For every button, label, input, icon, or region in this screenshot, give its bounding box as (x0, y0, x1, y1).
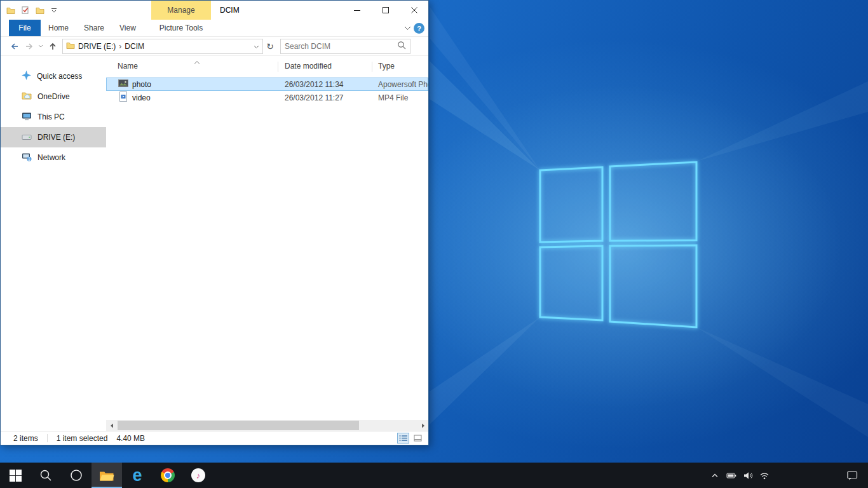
network-wifi-icon[interactable] (756, 463, 773, 488)
file-row-photo[interactable]: photo 26/03/2012 11:34 Apowersoft Pho (106, 78, 428, 91)
qat-customize-icon[interactable] (51, 8, 57, 13)
column-header-date-modified[interactable]: Date modified (278, 56, 372, 75)
volume-icon[interactable] (740, 463, 756, 488)
address-bar[interactable]: DRIVE (E:) › DCIM (62, 39, 263, 54)
system-tray (707, 463, 868, 488)
hidden-icons-chevron-icon[interactable] (707, 463, 723, 488)
column-headers: Name Date modified Type (106, 56, 428, 75)
address-dropdown-chevron-icon[interactable] (254, 42, 259, 51)
recent-locations-chevron-icon[interactable] (36, 39, 45, 54)
sidebar-item-label: This PC (37, 112, 65, 121)
file-rows: photo 26/03/2012 11:34 Apowersoft Pho vi… (106, 78, 428, 104)
file-row-video[interactable]: video 26/03/2012 11:27 MP4 File (106, 91, 428, 104)
tab-home[interactable]: Home (41, 20, 76, 36)
thumbnails-view-button[interactable] (412, 433, 424, 444)
status-item-count: 2 items (13, 434, 38, 443)
action-center-icon[interactable] (841, 463, 863, 488)
tray-spacer (773, 463, 841, 488)
breadcrumb-separator-icon[interactable]: › (119, 42, 121, 51)
forward-button[interactable] (22, 39, 36, 54)
cortana-icon[interactable] (61, 463, 92, 488)
horizontal-scrollbar[interactable] (106, 420, 428, 431)
maximize-button[interactable] (371, 1, 400, 20)
scroll-left-arrow-icon[interactable] (106, 420, 117, 431)
qat-new-folder-icon[interactable] (36, 6, 44, 14)
status-selection-size: 4.40 MB (116, 434, 145, 443)
file-date: 26/03/2012 11:27 (278, 93, 372, 102)
quick-access-toolbar (6, 1, 57, 20)
status-selection: 1 item selected (57, 434, 108, 443)
sidebar-item-label: DRIVE (E:) (37, 133, 75, 142)
sidebar-item-label: Network (37, 153, 65, 162)
search-icon[interactable] (397, 41, 406, 51)
scroll-right-arrow-icon[interactable] (417, 420, 428, 431)
breadcrumb-segment-dcim[interactable]: DCIM (125, 42, 144, 51)
file-date: 26/03/2012 11:34 (278, 80, 372, 89)
window-controls (342, 1, 428, 20)
drive-icon (22, 132, 32, 143)
file-name: photo (132, 80, 151, 89)
tab-share[interactable]: Share (76, 20, 112, 36)
file-name: video (132, 93, 151, 102)
file-list-panel: Name Date modified Type photo 26/03/2012… (106, 56, 428, 431)
sidebar-item-this-pc[interactable]: This PC (1, 107, 106, 127)
back-button[interactable] (7, 39, 22, 54)
status-bar: 2 items 1 item selected 4.40 MB (1, 431, 428, 445)
details-view-button[interactable] (397, 433, 409, 444)
sidebar-item-drive-e[interactable]: DRIVE (E:) (1, 127, 106, 147)
status-separator (47, 434, 48, 442)
close-button[interactable] (400, 1, 428, 20)
ribbon-tabs: File Home Share View Picture Tools ? (1, 20, 428, 37)
sidebar-item-label: OneDrive (37, 92, 70, 101)
search-input[interactable] (285, 42, 397, 51)
breadcrumb-segment-drive[interactable]: DRIVE (E:) (78, 42, 116, 51)
view-buttons (397, 433, 424, 444)
taskbar-chrome-icon[interactable] (153, 463, 183, 488)
minimize-button[interactable] (342, 1, 371, 20)
file-type: MP4 File (372, 93, 428, 102)
up-button[interactable] (45, 39, 60, 54)
sidebar-item-onedrive[interactable]: OneDrive (1, 86, 106, 107)
column-header-type[interactable]: Type (372, 56, 428, 75)
qat-properties-icon[interactable] (22, 6, 29, 14)
tab-file[interactable]: File (9, 20, 41, 36)
expand-ribbon-chevron-icon[interactable] (404, 20, 411, 36)
taskbar: e ♪ (0, 463, 868, 488)
tab-view[interactable]: View (112, 20, 144, 36)
qat-folder-icon[interactable] (6, 6, 15, 14)
taskbar-file-explorer-icon[interactable] (92, 463, 122, 488)
desktop: Manage DCIM File Home Share View Picture… (0, 0, 868, 488)
navigation-toolbar: DRIVE (E:) › DCIM ↻ (1, 37, 428, 56)
quick-access-star-icon (22, 71, 31, 82)
file-type: Apowersoft Pho (372, 80, 428, 89)
taskbar-itunes-icon[interactable]: ♪ (183, 463, 214, 488)
sidebar-item-quick-access[interactable]: Quick access (1, 66, 106, 86)
video-file-icon (118, 92, 128, 104)
column-header-name[interactable]: Name (106, 56, 278, 75)
help-icon[interactable]: ? (414, 23, 424, 34)
file-explorer-window: Manage DCIM File Home Share View Picture… (0, 0, 429, 445)
ribbon-contextual-group-manage[interactable]: Manage (151, 1, 211, 20)
explorer-content: Quick access OneDrive This PC (1, 56, 428, 431)
navigation-pane: Quick access OneDrive This PC (1, 56, 106, 431)
start-button[interactable] (0, 463, 31, 488)
taskbar-search-icon[interactable] (31, 463, 61, 488)
scrollbar-thumb[interactable] (118, 421, 359, 430)
address-folder-icon (66, 41, 75, 51)
taskbar-edge-icon[interactable]: e (122, 463, 153, 488)
window-title: DCIM (220, 1, 240, 20)
photo-file-icon (118, 78, 128, 90)
titlebar[interactable]: Manage DCIM (1, 1, 428, 20)
battery-icon[interactable] (723, 463, 740, 488)
search-box (280, 39, 410, 54)
onedrive-icon (22, 92, 32, 102)
network-icon (22, 152, 32, 163)
refresh-button[interactable]: ↻ (263, 39, 277, 54)
tab-picture-tools[interactable]: Picture Tools (151, 20, 211, 36)
sidebar-item-network[interactable]: Network (1, 147, 106, 168)
this-pc-icon (22, 112, 32, 123)
sidebar-item-label: Quick access (37, 72, 82, 81)
